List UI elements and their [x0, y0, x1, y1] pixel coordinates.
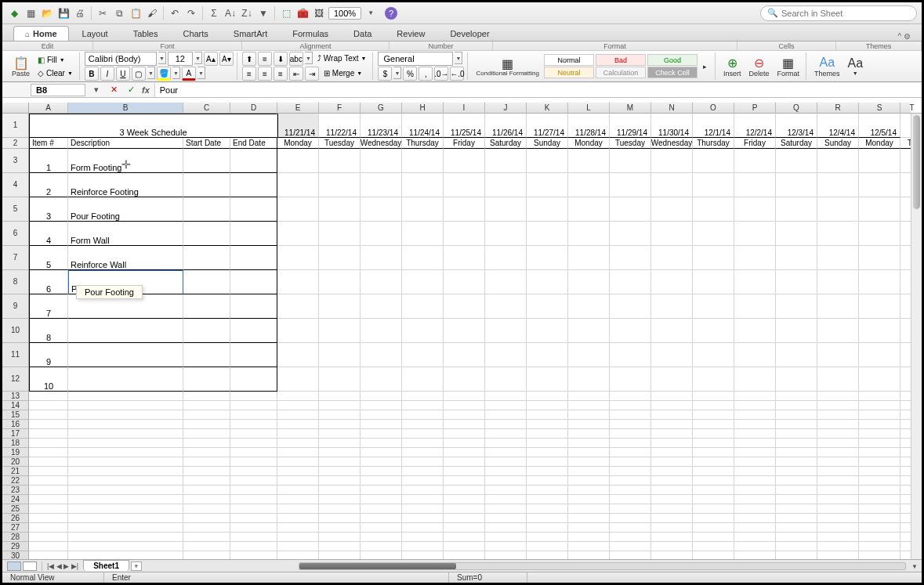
cell[interactable]	[693, 246, 734, 270]
cell[interactable]	[29, 551, 68, 559]
cell[interactable]	[361, 486, 402, 495]
item-description[interactable]	[68, 319, 183, 343]
hscroll-thumb[interactable]	[299, 563, 456, 569]
cell[interactable]	[402, 173, 444, 197]
cell[interactable]	[817, 149, 859, 173]
cell[interactable]	[734, 392, 776, 401]
cell[interactable]	[776, 439, 817, 448]
cell[interactable]	[568, 367, 610, 392]
cell[interactable]	[859, 467, 900, 476]
date-header[interactable]: 12/4/14	[817, 114, 859, 138]
cell[interactable]	[568, 222, 610, 246]
cell[interactable]	[817, 343, 859, 367]
cell[interactable]	[361, 476, 402, 486]
row-header-22[interactable]: 22	[2, 476, 29, 486]
cell[interactable]	[651, 392, 693, 401]
row-header-1[interactable]: 1	[2, 114, 29, 138]
cell[interactable]	[29, 429, 68, 439]
cell[interactable]	[444, 504, 485, 514]
cell[interactable]	[277, 439, 319, 448]
cell[interactable]	[68, 533, 183, 542]
fill-button[interactable]: ◧Fill▼	[34, 53, 76, 66]
cell[interactable]	[568, 542, 610, 551]
cell[interactable]	[485, 486, 527, 495]
cell[interactable]	[444, 476, 485, 486]
cell[interactable]	[277, 197, 319, 222]
tab-data[interactable]: Data	[342, 26, 383, 41]
cell[interactable]	[230, 457, 277, 467]
cell[interactable]	[29, 439, 68, 448]
item-number[interactable]: 8	[29, 319, 68, 343]
cell[interactable]	[444, 514, 485, 523]
row-header-24[interactable]: 24	[2, 495, 29, 504]
cell[interactable]	[277, 222, 319, 246]
row-header-13[interactable]: 13	[2, 392, 29, 401]
cell[interactable]	[651, 401, 693, 410]
cell[interactable]	[485, 523, 527, 533]
cell[interactable]	[859, 486, 900, 495]
cell[interactable]	[485, 392, 527, 401]
cell[interactable]	[183, 420, 230, 429]
cell[interactable]	[68, 514, 183, 523]
cell[interactable]	[361, 504, 402, 514]
cell[interactable]	[402, 401, 444, 410]
cell[interactable]	[444, 486, 485, 495]
cell[interactable]	[776, 495, 817, 504]
cell[interactable]	[693, 533, 734, 542]
cell[interactable]	[568, 457, 610, 467]
tab-developer[interactable]: Developer	[438, 26, 501, 41]
cell[interactable]	[277, 343, 319, 367]
cell[interactable]	[610, 439, 651, 448]
cell[interactable]	[68, 504, 183, 514]
date-header[interactable]: 11/26/14	[485, 114, 527, 138]
cell[interactable]	[610, 448, 651, 457]
cell[interactable]	[277, 270, 319, 294]
cell[interactable]	[183, 439, 230, 448]
row-header-12[interactable]: 12	[2, 367, 29, 392]
cell[interactable]	[693, 439, 734, 448]
undo-icon[interactable]: ↶	[168, 6, 182, 20]
cell[interactable]	[610, 542, 651, 551]
cell[interactable]	[776, 319, 817, 343]
cell[interactable]	[230, 551, 277, 559]
border-dropdown-icon[interactable]: ▼	[147, 67, 155, 79]
cell[interactable]	[444, 197, 485, 222]
cell[interactable]	[277, 319, 319, 343]
cell[interactable]	[485, 173, 527, 197]
cell[interactable]	[230, 429, 277, 439]
col-header-A[interactable]: A	[29, 103, 68, 114]
delete-button[interactable]: ⊖Delete	[745, 52, 772, 81]
cell[interactable]	[651, 149, 693, 173]
cell[interactable]	[183, 294, 230, 319]
cell[interactable]	[29, 542, 68, 551]
cell[interactable]	[444, 319, 485, 343]
cell[interactable]	[230, 270, 277, 294]
cell[interactable]	[402, 495, 444, 504]
cell[interactable]	[361, 392, 402, 401]
cell[interactable]	[68, 523, 183, 533]
row-header-19[interactable]: 19	[2, 448, 29, 457]
cell[interactable]	[361, 367, 402, 392]
cell[interactable]	[68, 448, 183, 457]
cell[interactable]	[527, 457, 568, 467]
day-header[interactable]: Monday	[568, 138, 610, 149]
date-header[interactable]: 12/3/14	[776, 114, 817, 138]
cell[interactable]	[859, 514, 900, 523]
cell[interactable]	[361, 401, 402, 410]
cell[interactable]	[693, 343, 734, 367]
cell[interactable]	[277, 410, 319, 420]
cell[interactable]	[610, 173, 651, 197]
cell[interactable]	[610, 533, 651, 542]
style-good[interactable]: Good	[647, 54, 698, 66]
item-description[interactable]: Reinforce Footing	[68, 173, 183, 197]
tab-home[interactable]: ⌂Home	[13, 26, 69, 41]
date-header[interactable]: 11/29/14	[610, 114, 651, 138]
item-number[interactable]: 4	[29, 222, 68, 246]
cell[interactable]	[277, 467, 319, 476]
day-header[interactable]: Monday	[859, 138, 900, 149]
currency-dropdown-icon[interactable]: ▼	[393, 67, 401, 79]
cell[interactable]	[361, 222, 402, 246]
cell[interactable]	[527, 222, 568, 246]
row-header-25[interactable]: 25	[2, 504, 29, 514]
paste-icon[interactable]: 📋	[129, 6, 143, 20]
